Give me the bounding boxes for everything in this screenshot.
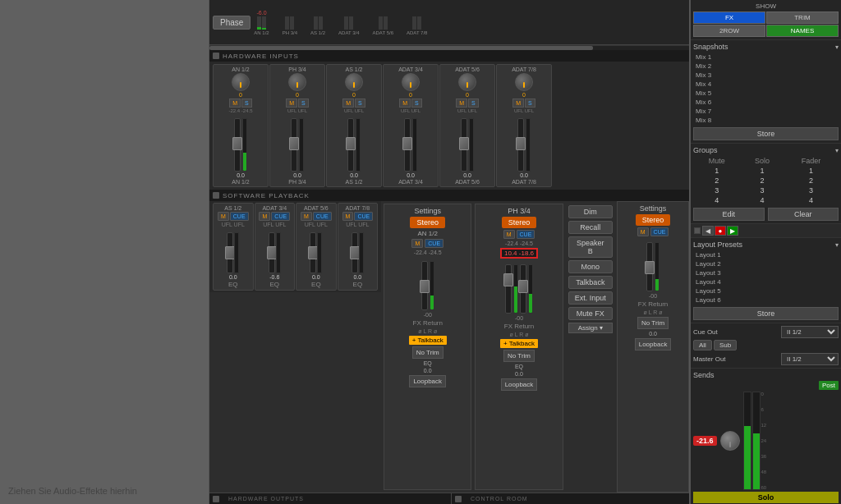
names-btn[interactable]: NAMES <box>766 25 839 37</box>
mute-fx-btn[interactable]: Mute FX <box>568 307 614 320</box>
talkback-btn-left[interactable]: + Talkback <box>409 336 447 345</box>
ch-adat34-fader[interactable] <box>404 118 411 172</box>
pb-rec-btn[interactable]: ● <box>715 226 726 236</box>
master-out-select[interactable]: II 1/2 <box>781 353 839 365</box>
settings-an12-fader-handle[interactable] <box>420 280 430 293</box>
ph34-fader2-handle[interactable] <box>518 280 528 293</box>
cue-out-select[interactable]: II 1/2 <box>781 326 839 338</box>
ch-adat34-knob[interactable] <box>402 73 420 91</box>
ch-an12-mute[interactable]: M <box>229 99 241 108</box>
no-trim-far-right[interactable]: No Trim <box>637 317 669 329</box>
ch-as12-solo[interactable]: S <box>355 99 365 108</box>
settings-an12-stereo[interactable]: Stereo <box>410 217 445 228</box>
ch-adat78-solo[interactable]: S <box>525 99 535 108</box>
groups-3-solo[interactable]: 3 <box>741 186 784 195</box>
assign-btn[interactable]: Assign ▾ <box>568 323 614 333</box>
ch-ph34-fader[interactable] <box>291 118 297 172</box>
ph34-fader-handle[interactable] <box>503 273 513 286</box>
row2-btn[interactable]: 2ROW <box>693 25 765 37</box>
ch-adat78-mute[interactable]: M <box>512 99 524 108</box>
recall-btn[interactable]: Recall <box>568 221 614 234</box>
ch-an12-solo[interactable]: S <box>241 99 252 108</box>
talkback-btn-right[interactable]: + Talkback <box>500 339 538 348</box>
cue-sub-btn[interactable]: Sub <box>714 340 737 351</box>
ch-ph34-solo[interactable]: S <box>298 99 309 108</box>
ch-adat56-knob[interactable] <box>458 73 476 91</box>
layout-store-btn[interactable]: Store <box>693 307 839 320</box>
ch-adat34-fader-handle[interactable] <box>402 137 412 150</box>
snap-mix1[interactable]: Mix 1 <box>693 53 839 62</box>
sends-solo-btn[interactable]: Solo <box>693 492 839 503</box>
ch-ph34-fader-handle[interactable] <box>289 137 299 150</box>
ph34-fader2[interactable] <box>520 264 526 314</box>
groups-4-mute[interactable]: 4 <box>693 195 741 205</box>
layout-4[interactable]: Layout 4 <box>693 277 839 286</box>
snap-mix3[interactable]: Mix 3 <box>693 71 839 80</box>
post-btn[interactable]: Post <box>819 381 839 390</box>
loopback-far-right[interactable]: Loopback <box>635 338 672 351</box>
ch-adat78-fader-handle[interactable] <box>516 137 526 150</box>
loopback-left[interactable]: Loopback <box>409 375 446 387</box>
layout-1[interactable]: Layout 1 <box>693 250 839 259</box>
groups-1-fader[interactable]: 1 <box>784 166 839 176</box>
groups-2-mute[interactable]: 2 <box>693 176 741 186</box>
ch-adat34-solo[interactable]: S <box>411 99 422 108</box>
snap-mix4[interactable]: Mix 4 <box>693 80 839 89</box>
snap-mix8[interactable]: Mix 8 <box>693 116 839 125</box>
clear-btn[interactable]: Clear <box>768 208 839 221</box>
groups-arrow[interactable]: ▾ <box>835 147 839 154</box>
snapshots-store-btn[interactable]: Store <box>693 127 839 140</box>
sw-as12-mute-btn[interactable]: M <box>218 212 229 221</box>
ch-adat78-fader[interactable] <box>517 118 524 172</box>
ph34-stereo[interactable]: Stereo <box>502 217 537 228</box>
sw-adat34-fader[interactable] <box>269 232 275 273</box>
ch-as12-mute[interactable]: M <box>342 99 354 108</box>
trim-btn[interactable]: TRIM <box>766 11 839 24</box>
sw-adat78-mute-btn[interactable]: M <box>342 212 354 221</box>
ch-adat56-fader-handle[interactable] <box>459 137 469 150</box>
layout-6[interactable]: Layout 6 <box>693 296 839 305</box>
ch-adat56-solo[interactable]: S <box>468 99 479 108</box>
talkback-monitor-btn[interactable]: Talkback <box>568 276 614 289</box>
ch-an12-fader[interactable] <box>234 118 241 172</box>
ch-adat56-mute[interactable]: M <box>456 99 467 108</box>
dim-btn[interactable]: Dim <box>568 205 614 218</box>
ch-ph34-knob[interactable] <box>288 73 306 91</box>
ph34-cue[interactable]: CUE <box>517 230 535 239</box>
no-trim-left[interactable]: No Trim <box>412 346 443 359</box>
sw-adat34-fader-handle[interactable] <box>267 246 277 259</box>
sw-adat78-cue-btn[interactable]: CUE <box>354 212 373 221</box>
ch-adat34-mute[interactable]: M <box>399 99 411 108</box>
snap-mix6[interactable]: Mix 6 <box>693 98 839 107</box>
snap-mix5[interactable]: Mix 5 <box>693 89 839 98</box>
sw-adat56-mute-btn[interactable]: M <box>301 212 312 221</box>
ch-as12-knob[interactable] <box>345 73 363 91</box>
groups-1-solo[interactable]: 1 <box>741 166 784 176</box>
ext-input-btn[interactable]: Ext. Input <box>568 291 614 305</box>
settings-an12-cue[interactable]: CUE <box>425 239 443 248</box>
ch-adat56-fader[interactable] <box>461 118 467 172</box>
sw-adat56-cue-btn[interactable]: CUE <box>313 212 332 221</box>
pb-gray-btn[interactable] <box>694 227 701 234</box>
edit-btn[interactable]: Edit <box>693 208 765 221</box>
pb-play-btn[interactable]: ▶ <box>727 226 738 236</box>
settings-right-fader-handle[interactable] <box>645 261 655 274</box>
layout-arrow[interactable]: ▾ <box>835 241 839 249</box>
layout-3[interactable]: Layout 3 <box>693 268 839 277</box>
settings-right-fader[interactable] <box>646 242 653 291</box>
settings-an12-fader[interactable] <box>421 261 428 310</box>
layout-2[interactable]: Layout 2 <box>693 259 839 268</box>
settings-right-m[interactable]: M <box>637 227 649 236</box>
groups-4-fader[interactable]: 4 <box>784 195 839 205</box>
phase-button[interactable]: Phase <box>213 16 250 30</box>
groups-2-fader[interactable]: 2 <box>784 176 839 186</box>
settings-right-stereo[interactable]: Stereo <box>636 214 671 226</box>
ch-as12-fader[interactable] <box>347 118 354 172</box>
groups-3-mute[interactable]: 3 <box>693 186 741 195</box>
sw-as12-cue-btn[interactable]: CUE <box>230 212 249 221</box>
groups-4-solo[interactable]: 4 <box>741 195 784 205</box>
groups-2-solo[interactable]: 2 <box>741 176 784 186</box>
cue-all-btn[interactable]: All <box>693 340 712 351</box>
sw-adat78-fader[interactable] <box>352 232 358 273</box>
settings-an12-m[interactable]: M <box>411 239 423 248</box>
